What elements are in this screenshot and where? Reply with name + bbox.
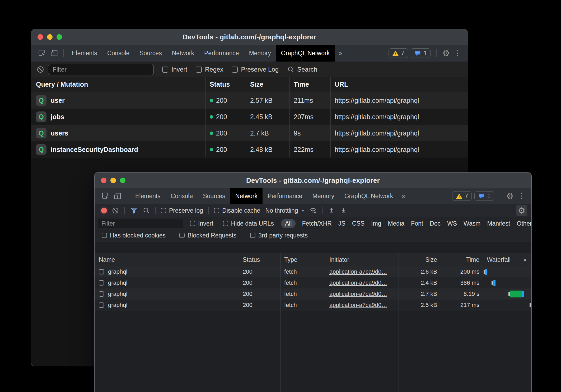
type-filter-other[interactable]: Other [517,220,532,227]
table-row[interactable]: Q jobs 200 2.45 kB 207ms https://gitlab.… [31,109,468,125]
titlebar[interactable]: DevTools - gitlab.com/-/graphql-explorer [95,172,531,188]
header-size[interactable]: Size [399,253,441,266]
record-button[interactable] [99,208,109,213]
tab-sources[interactable]: Sources [134,45,167,62]
type-filter-media[interactable]: Media [388,220,404,227]
settings-gear-icon[interactable]: ⚙ [506,192,513,200]
type-filter-js[interactable]: JS [338,220,345,227]
filter-toggle-button[interactable] [128,207,140,214]
header-url[interactable]: URL [330,77,468,92]
warnings-badge[interactable]: 7 [389,48,408,58]
checkbox-icon[interactable] [196,67,202,73]
checkbox-icon[interactable] [223,221,228,226]
header-name[interactable]: Name [95,253,239,266]
header-query-mutation[interactable]: Query / Mutation [31,77,205,92]
table-row[interactable]: Q users 200 2.7 kB 9s https://gitlab.com… [31,125,468,141]
table-row[interactable]: Q user 200 2.57 kB 211ms https://gitlab.… [31,92,468,109]
checkbox-icon[interactable] [179,233,185,238]
search-button[interactable]: Search [287,66,317,73]
type-filter-css[interactable]: CSS [352,220,364,227]
table-row[interactable]: Q instanceSecurityDashboard 200 2.48 kB … [31,141,468,158]
type-filter-fetch-xhr[interactable]: Fetch/XHR [302,220,331,227]
type-filter-manifest[interactable]: Manifest [487,220,510,227]
tab-performance[interactable]: Performance [199,45,244,62]
zoom-button[interactable] [57,34,62,40]
type-filter-doc[interactable]: Doc [430,220,441,227]
header-size[interactable]: Size [246,77,289,92]
header-time[interactable]: Time [441,253,483,266]
regex-checkbox[interactable]: Regex [196,66,223,73]
table-row[interactable]: graphql 200 fetch application-a7ca9d0… 2… [95,288,531,300]
row-checkbox[interactable] [99,291,104,297]
close-button[interactable] [38,34,43,40]
network-conditions-button[interactable] [307,207,319,214]
export-har-button[interactable] [338,207,350,214]
header-status[interactable]: Status [239,253,280,266]
initiator-link[interactable]: application-a7ca9d0… [329,291,387,297]
preserve-log-checkbox[interactable]: Preserve Log [232,66,279,73]
more-tabs-icon[interactable]: » [398,188,409,204]
settings-gear-icon[interactable]: ⚙ [442,49,450,57]
network-settings-button[interactable]: ⚙ [516,205,527,216]
tab-performance[interactable]: Performance [263,188,307,204]
hide-data-urls-checkbox[interactable]: Hide data URLs [221,220,276,227]
filter-input[interactable] [98,219,183,228]
tab-memory[interactable]: Memory [244,45,276,62]
initiator-link[interactable]: application-a7ca9d0… [329,268,387,275]
tab-memory[interactable]: Memory [307,188,339,204]
checkbox-icon[interactable] [161,208,166,213]
type-filter-all[interactable]: All [281,219,296,228]
row-checkbox[interactable] [99,302,104,308]
tab-elements[interactable]: Elements [67,45,102,62]
minimize-button[interactable] [110,178,116,183]
device-toolbar-icon[interactable] [111,188,124,204]
tab-console[interactable]: Console [166,188,198,204]
invert-checkbox[interactable]: Invert [188,220,216,227]
more-options-kebab-icon[interactable]: ⋮ [516,192,527,200]
checkbox-icon[interactable] [102,233,107,238]
tab-sources[interactable]: Sources [198,188,230,204]
inspect-element-icon[interactable] [36,45,48,62]
tab-console[interactable]: Console [102,45,134,62]
throttling-dropdown[interactable]: No throttling ▾ [263,207,307,214]
preserve-log-checkbox[interactable]: Preserve log [158,207,205,214]
more-options-kebab-icon[interactable]: ⋮ [452,49,463,57]
sort-ascending-icon[interactable]: ▲ [523,257,527,262]
inspect-element-icon[interactable] [99,188,111,204]
header-initiator[interactable]: Initiator [326,253,399,266]
clear-button[interactable] [109,207,121,214]
invert-checkbox[interactable]: Invert [162,66,187,73]
table-row[interactable]: graphql 200 fetch application-a7ca9d0… 2… [95,300,531,311]
row-checkbox[interactable] [99,280,104,286]
search-button[interactable] [140,207,152,214]
more-tabs-icon[interactable]: » [335,45,346,62]
initiator-link[interactable]: application-a7ca9d0… [329,302,387,309]
header-type[interactable]: Type [280,253,326,266]
disable-cache-checkbox[interactable]: Disable cache [212,207,263,214]
header-time[interactable]: Time [289,77,330,92]
checkbox-icon[interactable] [214,208,219,213]
device-toolbar-icon[interactable] [48,45,60,62]
row-checkbox[interactable] [99,269,104,274]
type-filter-wasm[interactable]: Wasm [464,220,480,227]
tab-network[interactable]: Network [167,45,199,62]
checkbox-icon[interactable] [162,67,168,73]
has-blocked-cookies-checkbox[interactable]: Has blocked cookies [99,232,168,239]
issues-badge[interactable]: 1 [474,191,494,201]
checkbox-icon[interactable] [190,221,195,226]
type-filter-img[interactable]: Img [371,220,381,227]
tab-elements[interactable]: Elements [130,188,166,204]
type-filter-font[interactable]: Font [411,220,423,227]
warnings-badge[interactable]: 7 [452,191,472,201]
table-row[interactable]: graphql 200 fetch application-a7ca9d0… 2… [95,266,531,277]
block-icon[interactable] [36,66,44,73]
checkbox-icon[interactable] [250,233,255,238]
table-row[interactable]: graphql 200 fetch application-a7ca9d0… 2… [95,277,531,288]
type-filter-ws[interactable]: WS [447,220,457,227]
initiator-link[interactable]: application-a7ca9d0… [329,279,387,286]
checkbox-icon[interactable] [232,67,238,73]
titlebar[interactable]: DevTools - gitlab.com/-/graphql-explorer [31,29,468,45]
blocked-requests-checkbox[interactable]: Blocked Requests [177,232,239,239]
tab-network[interactable]: Network [230,188,263,204]
tab-graphql-network[interactable]: GraphQL Network [276,45,335,62]
